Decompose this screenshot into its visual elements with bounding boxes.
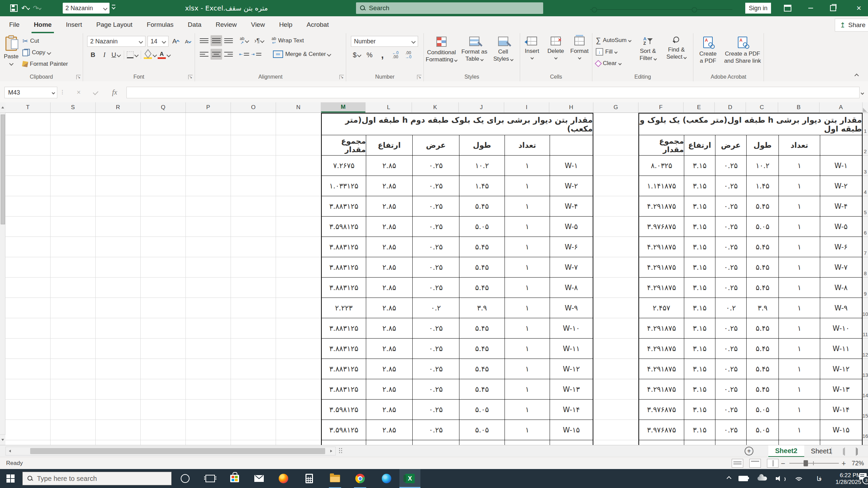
- align-middle-button[interactable]: [211, 35, 222, 46]
- row-header-7[interactable]: 7: [863, 237, 868, 257]
- table-header-cell[interactable]: تعداد: [779, 135, 820, 156]
- column-header-F[interactable]: F: [638, 102, 684, 113]
- table-cell[interactable]: ۵.۰۵: [459, 217, 505, 237]
- table-cell[interactable]: ۱۰.۲: [747, 156, 779, 176]
- column-header-E[interactable]: E: [684, 102, 715, 113]
- row-header-12[interactable]: 12: [863, 339, 868, 359]
- format-as-table-button[interactable]: Format asTable: [459, 33, 490, 70]
- table-cell[interactable]: ۰.۲۵: [715, 339, 747, 359]
- table-cell[interactable]: ۰.۲۵: [715, 440, 747, 445]
- table-cell[interactable]: ۱: [779, 156, 820, 176]
- ribbon-tab-insert[interactable]: Insert: [59, 16, 89, 33]
- table-cell[interactable]: ۳.۱۵: [684, 278, 715, 298]
- table-cell[interactable]: ۷.۲۶۷۵: [322, 156, 366, 176]
- table-cell[interactable]: W-۸: [820, 278, 862, 298]
- table-cell[interactable]: ۰.۲۵: [413, 278, 459, 298]
- row-header-13[interactable]: 13: [863, 359, 868, 379]
- table-cell[interactable]: ۳.۱۵: [684, 379, 715, 400]
- row-header-14[interactable]: 14: [863, 379, 868, 400]
- insert-cells-button[interactable]: Insert: [520, 33, 544, 70]
- ribbon-tab-view[interactable]: View: [244, 16, 272, 33]
- table-cell[interactable]: ۲.۸۵: [366, 440, 413, 445]
- autosum-button[interactable]: ∑AutoSum: [596, 35, 631, 46]
- bold-button[interactable]: B: [88, 49, 98, 60]
- fill-color-button[interactable]: [144, 49, 156, 60]
- table-cell[interactable]: ۲.۸۵: [366, 257, 413, 278]
- table-cell[interactable]: ۱: [505, 359, 550, 379]
- table-cell[interactable]: ۱: [779, 298, 820, 318]
- sheet-tab-sheet1[interactable]: Sheet1: [804, 445, 839, 457]
- excel-taskbar-button[interactable]: X: [399, 469, 420, 488]
- ribbon-tab-review[interactable]: Review: [209, 16, 244, 33]
- align-center-button[interactable]: [211, 49, 222, 60]
- taskbar-search-input[interactable]: Type here to search: [22, 472, 172, 485]
- formula-bar-grip[interactable]: ⋮: [60, 89, 65, 95]
- table-cell[interactable]: ۴.۲۹۱۸۷۵: [639, 359, 684, 379]
- sort-filter-button[interactable]: AZ Sort &Filter: [634, 33, 662, 70]
- table-cell[interactable]: ۳.۸۸۳۱۲۵: [322, 237, 366, 257]
- table-cell[interactable]: ۵.۴۵: [459, 257, 505, 278]
- table-cell[interactable]: ۰.۲۵: [715, 278, 747, 298]
- table-cell[interactable]: ۴.۲۹۱۸۷۵: [639, 196, 684, 217]
- table-cell[interactable]: ۱: [505, 176, 550, 196]
- table-cell[interactable]: W-۱۵: [550, 420, 593, 440]
- row-header-5[interactable]: 5: [863, 196, 868, 217]
- delete-cells-button[interactable]: × Delete: [544, 33, 568, 70]
- table-cell[interactable]: ۰.۲۵: [413, 217, 459, 237]
- table-cell[interactable]: ۳.۹۷۶۸۷۵: [639, 400, 684, 420]
- qat-customize-button[interactable]: [110, 5, 117, 12]
- ribbon-tab-page-layout[interactable]: Page Layout: [89, 16, 140, 33]
- table-cell[interactable]: ۳.۹: [459, 298, 505, 318]
- horizontal-scrollbar[interactable]: [5, 447, 336, 455]
- align-right-button[interactable]: [223, 49, 234, 60]
- table-cell[interactable]: ۵.۴۵: [747, 359, 779, 379]
- table-cell[interactable]: ۲.۸۵: [366, 359, 413, 379]
- column-header-P[interactable]: P: [186, 102, 231, 113]
- table-header-cell[interactable]: طول: [747, 135, 779, 156]
- table-cell[interactable]: W-۲: [820, 176, 862, 196]
- ribbon-tab-formulas[interactable]: Formulas: [140, 16, 181, 33]
- restore-button[interactable]: [825, 0, 841, 16]
- clear-button[interactable]: Clear: [596, 58, 631, 69]
- table-cell[interactable]: ۰.۲۵: [413, 318, 459, 339]
- table-cell[interactable]: ۱: [779, 420, 820, 440]
- table-cell[interactable]: ۴.۲۹۱۸۷۵: [639, 257, 684, 278]
- ribbon-tab-help[interactable]: Help: [272, 16, 299, 33]
- sheet-tab-sheet2[interactable]: Sheet2: [768, 445, 804, 457]
- table-cell[interactable]: ۵.۴۵: [747, 318, 779, 339]
- row-header-11[interactable]: 11: [863, 318, 868, 339]
- table-cell[interactable]: ۳.۱۵: [684, 318, 715, 339]
- battery-icon[interactable]: [736, 469, 750, 488]
- column-header-N[interactable]: N: [276, 102, 321, 113]
- table-cell[interactable]: ۳.۵۹۸۱۲۵: [322, 400, 366, 420]
- column-header-G[interactable]: G: [593, 102, 638, 113]
- horizontal-scroll-thumb[interactable]: [30, 448, 325, 454]
- cut-button[interactable]: ✂Cut: [22, 35, 68, 47]
- merge-center-button[interactable]: Merge & Center: [273, 49, 331, 60]
- cancel-entry-button[interactable]: ×: [72, 87, 85, 98]
- table-cell[interactable]: ۰.۲۵: [715, 379, 747, 400]
- table-cell[interactable]: ۵.۴۵: [459, 359, 505, 379]
- table-header-cell[interactable]: مجموع مقدار: [639, 135, 684, 156]
- fill-button[interactable]: ↓Fill: [596, 46, 631, 58]
- file-explorer-button[interactable]: [326, 469, 344, 488]
- font-dialog-launcher[interactable]: ↘: [188, 75, 193, 79]
- orientation-button[interactable]: ab↗: [239, 35, 249, 46]
- share-button[interactable]: ↥ Share: [835, 19, 868, 32]
- table-cell[interactable]: W-۱۶: [820, 440, 862, 445]
- ribbon-tab-home[interactable]: Home: [27, 16, 59, 33]
- table-cell[interactable]: W-۱۳: [550, 379, 593, 400]
- cortana-button[interactable]: [176, 469, 194, 488]
- table-cell[interactable]: ۵.۴۵: [747, 379, 779, 400]
- table-cell[interactable]: ۰.۲۵: [715, 359, 747, 379]
- row-header-9[interactable]: 9: [863, 278, 868, 298]
- copy-button[interactable]: Copy: [22, 47, 68, 58]
- table-cell[interactable]: ۳.۱۵: [684, 217, 715, 237]
- table-cell[interactable]: W-۱۴: [820, 400, 862, 420]
- edge-button[interactable]: [378, 469, 395, 488]
- table-cell[interactable]: ۵.۰۵: [459, 400, 505, 420]
- table-header-cell[interactable]: ارتفاع: [684, 135, 715, 156]
- table-cell[interactable]: ۵.۰۵: [747, 400, 779, 420]
- align-top-button[interactable]: [198, 35, 210, 46]
- table-cell[interactable]: ۲.۸۵: [366, 339, 413, 359]
